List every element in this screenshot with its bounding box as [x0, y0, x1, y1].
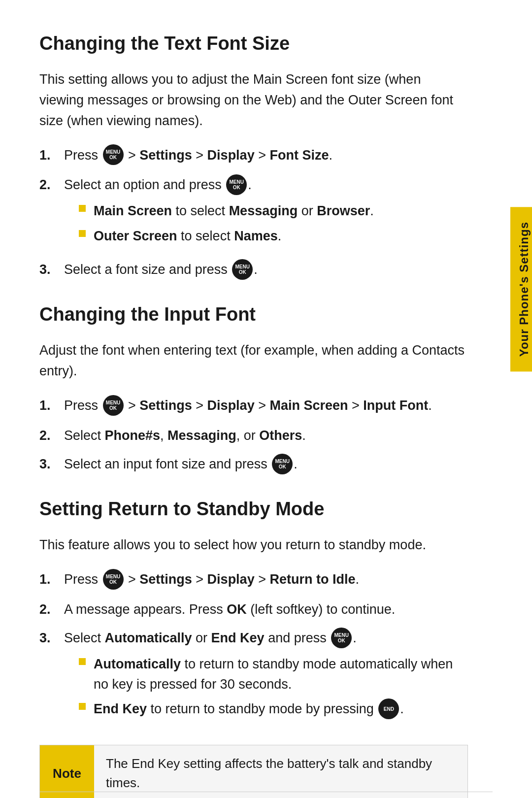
- bullet-item: Main Screen to select Messaging or Brows…: [79, 201, 468, 221]
- step-num: 1.: [39, 145, 64, 166]
- menu-button-icon: MENUOK: [103, 569, 124, 590]
- step-num: 2.: [39, 599, 64, 620]
- bullet-list: Main Screen to select Messaging or Brows…: [79, 201, 468, 246]
- bullet-item: Outer Screen to select Names.: [79, 226, 468, 246]
- bullet-icon: [79, 658, 86, 665]
- bullet-icon: [79, 230, 86, 237]
- step-num: 1.: [39, 396, 64, 416]
- step-content: Press MENUOK > Settings > Display > Retu…: [64, 569, 468, 591]
- section-title-input-font: Changing the Input Font: [39, 300, 468, 329]
- steps-list-standby: 1. Press MENUOK > Settings > Display > R…: [39, 569, 468, 725]
- step-content: Press MENUOK > Settings > Display > Font…: [64, 145, 468, 166]
- sidebar-tab-text: Your Phone's Settings: [517, 222, 531, 357]
- menu-button-icon: MENUOK: [232, 259, 253, 280]
- step-3-input-font: 3. Select an input font size and press M…: [39, 454, 468, 475]
- bullet-icon: [79, 703, 86, 710]
- step-content: Select Phone#s, Messaging, or Others.: [64, 426, 468, 446]
- menu-button-icon: MENUOK: [103, 395, 124, 416]
- menu-button-icon: MENUOK: [226, 174, 247, 195]
- step-1-font-size: 1. Press MENUOK > Settings > Display > F…: [39, 145, 468, 166]
- steps-list-input-font: 1. Press MENUOK > Settings > Display > M…: [39, 396, 468, 475]
- bullet-icon: [79, 205, 86, 212]
- section-input-font: Changing the Input Font Adjust the font …: [39, 300, 468, 475]
- section-intro-input-font: Adjust the font when entering text (for …: [39, 340, 468, 382]
- step-num: 3.: [39, 260, 64, 280]
- bullet-text: Outer Screen to select Names.: [94, 226, 281, 246]
- step-1-input-font: 1. Press MENUOK > Settings > Display > M…: [39, 396, 468, 417]
- step-2-font-size: 2. Select an option and press MENUOK. Ma…: [39, 175, 468, 251]
- step-content: Select an option and press MENUOK. Main …: [64, 175, 468, 251]
- bullet-text-endkey: End Key to return to standby mode by pre…: [94, 699, 404, 720]
- note-box: Note The End Key setting affects the bat…: [39, 745, 468, 798]
- menu-button-icon: MENUOK: [103, 144, 124, 165]
- section-title-font-size: Changing the Text Font Size: [39, 30, 468, 58]
- step-3-font-size: 3. Select a font size and press MENUOK.: [39, 260, 468, 281]
- step-2-standby: 2. A message appears. Press OK (left sof…: [39, 599, 468, 620]
- steps-list-font-size: 1. Press MENUOK > Settings > Display > F…: [39, 145, 468, 281]
- step-num: 3.: [39, 628, 64, 648]
- end-button-icon: END: [378, 698, 399, 719]
- sidebar-tab: Your Phone's Settings: [510, 207, 532, 371]
- step-num: 2.: [39, 426, 64, 446]
- page-footer: Section 2C: Controlling Your Phone's Set…: [39, 792, 493, 798]
- section-font-size: Changing the Text Font Size This setting…: [39, 30, 468, 281]
- bullet-text: Main Screen to select Messaging or Brows…: [94, 201, 374, 221]
- step-num: 3.: [39, 454, 64, 474]
- section-standby-mode: Setting Return to Standby Mode This feat…: [39, 495, 468, 725]
- step-content: Select a font size and press MENUOK.: [64, 260, 468, 281]
- section-intro-standby: This feature allows you to select how yo…: [39, 535, 468, 556]
- step-content: Select Automatically or End Key and pres…: [64, 628, 468, 725]
- step-content: Press MENUOK > Settings > Display > Main…: [64, 396, 468, 417]
- menu-button-icon: MENUOK: [331, 628, 352, 648]
- section-intro-font-size: This setting allows you to adjust the Ma…: [39, 69, 468, 132]
- note-content: The End Key setting affects the battery'…: [94, 745, 467, 798]
- step-2-input-font: 2. Select Phone#s, Messaging, or Others.: [39, 426, 468, 446]
- step-num: 1.: [39, 569, 64, 590]
- step-num: 2.: [39, 175, 64, 195]
- section-title-standby: Setting Return to Standby Mode: [39, 495, 468, 523]
- step-content: A message appears. Press OK (left softke…: [64, 599, 468, 620]
- step-content: Select an input font size and press MENU…: [64, 454, 468, 475]
- step-3-standby: 3. Select Automatically or End Key and p…: [39, 628, 468, 725]
- bullet-text-auto: Automatically to return to standby mode …: [94, 654, 468, 694]
- step-1-standby: 1. Press MENUOK > Settings > Display > R…: [39, 569, 468, 591]
- bullet-item-endkey: End Key to return to standby mode by pre…: [79, 699, 468, 720]
- bullet-list-standby: Automatically to return to standby mode …: [79, 654, 468, 720]
- bullet-item-auto: Automatically to return to standby mode …: [79, 654, 468, 694]
- menu-button-icon: MENUOK: [272, 454, 293, 474]
- note-label: Note: [40, 745, 94, 798]
